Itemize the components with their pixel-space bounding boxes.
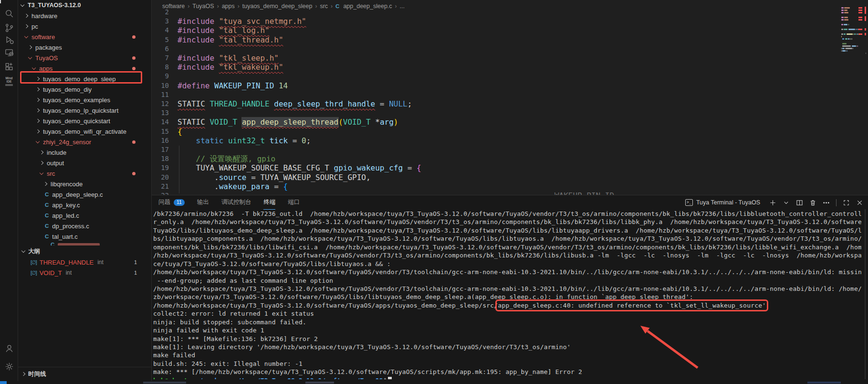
extensions-icon[interactable]: [0, 59, 18, 74]
mind-ide-icon[interactable]: MindIDE: [0, 74, 18, 88]
code-line-9[interactable]: 9: [152, 72, 839, 81]
code-line-13[interactable]: 13: [152, 108, 839, 117]
terminal-line: r_only.a /home/hzb/workspace/tuya/T3_Tuy…: [153, 218, 861, 226]
code-line-20[interactable]: 20 .source = TUYA_WAKEUP_SOURCE_GPIO,: [152, 173, 839, 182]
code-line-6[interactable]: 6: [152, 44, 839, 53]
code-text: // 设置唤醒源, gpio: [178, 154, 275, 163]
run-debug-icon[interactable]: [0, 32, 18, 47]
tree-item-hardware[interactable]: hardware: [18, 11, 151, 21]
tree-item-software[interactable]: software: [18, 32, 151, 42]
code-line-8[interactable]: 8#include "tkl_wakeup.h": [152, 63, 839, 72]
terminal-line: /home/hzb/workspace/tuya/T3_TuyaOS-3.12.…: [153, 301, 861, 309]
tree-item-dp_process.c[interactable]: Cdp_process.c: [18, 221, 151, 231]
status-bar-cut: [0, 381, 868, 384]
tree-item-label: app_led.c: [52, 212, 79, 219]
tree-item-label: software: [31, 33, 55, 41]
account-icon[interactable]: [0, 341, 18, 355]
code-line-4[interactable]: 4#include "tal_log.h": [152, 26, 839, 35]
code-line-22[interactable]: 22 WAKEUP_PIN_ID: [152, 191, 839, 195]
chevron-down-icon: [21, 2, 24, 6]
code-editor[interactable]: software›TuyaOS›apps›tuyaos_demo_deep_sl…: [152, 0, 868, 195]
remote-explorer-icon[interactable]: [0, 45, 18, 60]
split-terminal-icon[interactable]: [796, 199, 803, 206]
indent-guide: [179, 146, 179, 193]
kill-terminal-icon[interactable]: [809, 199, 816, 206]
code-line-7[interactable]: 7#include "tkl_sleep.h": [152, 53, 839, 63]
code-line-3[interactable]: 3#include "tuya_svc_netmgr.h": [152, 17, 839, 26]
maximize-panel-icon[interactable]: [843, 199, 850, 206]
search-icon[interactable]: [0, 6, 18, 21]
line-number: 20: [152, 173, 169, 182]
code-text: #include "tkl_sleep.h": [178, 53, 279, 63]
explorer-sidebar: T3_TUYAOS-3.12.0hardwarepcsoftwarepackag…: [18, 0, 152, 381]
code-line-16[interactable]: 16 static uint32_t tick = 0;: [152, 136, 839, 145]
tree-item-tal_uart.c[interactable]: Ctal_uart.c: [18, 231, 151, 242]
tree-item-output[interactable]: output: [18, 158, 151, 168]
tree-root[interactable]: T3_TUYAOS-3.12.0: [18, 0, 151, 11]
tree-item-app_key.c[interactable]: Capp_key.c: [18, 200, 151, 210]
code-line-12[interactable]: 12STATIC THREAD_HANDLE deep_sleep_thrd_h…: [152, 99, 839, 108]
code-line-11[interactable]: 11: [152, 90, 839, 99]
tree-item-label: pc: [31, 23, 38, 30]
tree-item-include[interactable]: include: [18, 147, 151, 158]
panel-tab-调试控制台[interactable]: 调试控制台: [221, 195, 251, 210]
line-number: 5: [152, 35, 169, 44]
terminal-dropdown-icon[interactable]: [783, 199, 790, 206]
tree-item-tuyaos_demo_wifi_qr_activate[interactable]: tuyaos_demo_wifi_qr_activate: [18, 126, 151, 137]
tree-item-label: packages: [35, 44, 62, 51]
panel-tab-终端[interactable]: 终端: [263, 195, 275, 210]
tree-item-app_led.c[interactable]: Capp_led.c: [18, 210, 151, 221]
prompt-path: ~/workspace/tuya/T3_TuyaOS-3.12.0/softwa…: [195, 377, 383, 379]
tree-item-tuyaos_demo_quickstart[interactable]: tuyaos_demo_quickstart: [18, 116, 151, 126]
code-line-5[interactable]: 5#include "tal_thread.h": [152, 35, 839, 44]
minimap[interactable]: [840, 3, 866, 84]
terminal-line: make: *** [/home/hzb/workspace/tuya/T3_T…: [153, 368, 861, 376]
line-number: 21: [152, 182, 169, 191]
code-line-14[interactable]: 14STATIC VOID_T app_deep_sleep_thread(VO…: [152, 117, 839, 127]
line-number: 16: [152, 136, 169, 145]
tree-item-TuyaOS[interactable]: TuyaOS: [18, 53, 151, 63]
code-line-18[interactable]: 18 // 设置唤醒源, gpio: [152, 154, 839, 163]
terminal-scrollbar[interactable]: [865, 209, 866, 379]
code-line-21[interactable]: 21 .wakeup_para = {: [152, 182, 839, 191]
code-line-15[interactable]: 15{: [152, 127, 839, 136]
c-file-icon: C: [45, 192, 49, 197]
tree-item-tuyaos_demo_examples[interactable]: tuyaos_demo_examples: [18, 95, 151, 105]
add-terminal-icon[interactable]: [769, 199, 776, 206]
code-text: #include "tal_thread.h": [178, 35, 283, 44]
tree-item-tuyaos_demo_diy[interactable]: tuyaos_demo_diy: [18, 84, 151, 95]
code-line-17[interactable]: 17: [152, 145, 839, 154]
tree-item-tuyaos_demo_deep_sleep[interactable]: tuyaos_demo_deep_sleep: [18, 74, 151, 84]
tree-item-tuyaos_demo_lp_quickstart[interactable]: tuyaos_demo_lp_quickstart: [18, 105, 151, 116]
timeline-header[interactable]: 时间线: [18, 368, 151, 380]
terminal-line: ninja failed with exit code 1: [153, 326, 861, 334]
code-area[interactable]: 23#include "tuya_svc_netmgr.h"4#include …: [152, 12, 839, 195]
panel-tab-问题[interactable]: 问题11: [158, 195, 185, 210]
code-line-19[interactable]: 19 TUYA_WAKEUP_SOURCE_BASE_CFG_T gpio_wa…: [152, 163, 839, 172]
code-text: TUYA_WAKEUP_SOURCE_BASE_CFG_T gpio_wakeu…: [178, 163, 421, 172]
terminal-line: /bk7236/armino/bk7236 -T bk7236_out.ld /…: [153, 210, 861, 218]
code-line-2[interactable]: 2: [152, 8, 839, 17]
terminal-line: /home/hzb/workspace/tuya/T3_TuyaOS-3.12.…: [153, 285, 861, 293]
panel-tab-端口[interactable]: 端口: [288, 195, 300, 210]
tree-item-app_deep_sleep.c[interactable]: Capp_deep_sleep.c: [18, 189, 151, 200]
panel-tab-输出[interactable]: 输出: [197, 195, 209, 210]
line-number: 8: [152, 63, 169, 72]
outline-item-THREAD_HANDLE[interactable]: [∅]THREAD_HANDLEint1: [18, 257, 151, 267]
outline-header[interactable]: 大纲: [18, 245, 151, 257]
tree-item-pc[interactable]: pc: [18, 21, 151, 32]
settings-gear-icon[interactable]: [0, 359, 18, 373]
code-line-10[interactable]: 10#define WAKEUP_PIN_ID 14: [152, 81, 839, 90]
terminal-output[interactable]: /bk7236/armino/bk7236 -T bk7236_out.ld /…: [153, 210, 861, 379]
terminal-line: /home/hzb/workspace/tuya/T3_TuyaOS-3.12.…: [153, 268, 861, 276]
outline-item-VOID_T[interactable]: [∅]VOID_Tint1: [18, 267, 151, 278]
tree-item-zhiyi_24g_sensor[interactable]: zhiyi_24g_sensor: [18, 137, 151, 147]
tree-item-apps[interactable]: apps: [18, 63, 151, 74]
terminal-prompt[interactable]: hzb@ubuntu:~/workspace/tuya/T3_TuyaOS-3.…: [153, 376, 861, 379]
tree-item-libqrencode[interactable]: libqrencode: [18, 179, 151, 189]
terminal-title[interactable]: >_ Tuya Terminal - TuyaOS: [685, 199, 760, 206]
close-panel-icon[interactable]: [856, 199, 863, 206]
more-actions-icon[interactable]: [823, 199, 830, 206]
tree-item-src[interactable]: src: [18, 168, 151, 179]
tree-item-packages[interactable]: packages: [18, 42, 151, 53]
